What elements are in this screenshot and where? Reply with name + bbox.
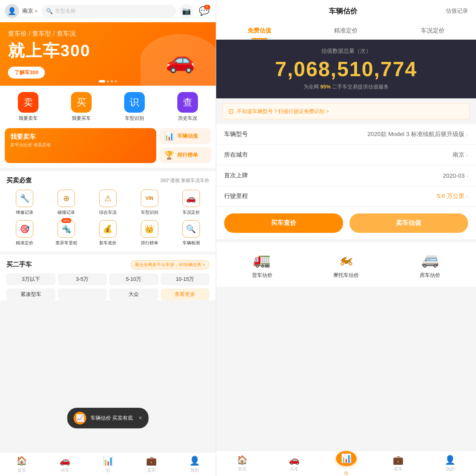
banner-dots xyxy=(99,80,117,83)
service-overall[interactable]: ⚠ 综合车况 xyxy=(90,190,127,215)
form-label-model: 车辆型号 xyxy=(224,131,248,138)
service-detect[interactable]: 🔍 车辆检测 xyxy=(173,220,209,246)
nav-sell[interactable]: 💼 卖车 xyxy=(130,453,173,476)
search-bar[interactable]: 🔍 车型名称 xyxy=(41,5,176,17)
nav-r-estimate[interactable]: 📊 估 xyxy=(320,451,372,476)
vehicle-truck[interactable]: 🚛 货车估价 xyxy=(223,250,302,279)
nav-r-home[interactable]: 🏠 首页 xyxy=(216,451,268,476)
camera-icon[interactable]: 📷 xyxy=(179,4,194,18)
service-vin-label: 车型识别 xyxy=(141,209,158,215)
service-overall-icon: ⚠ xyxy=(99,190,117,207)
avatar[interactable]: 👤 xyxy=(5,4,19,18)
form-row-date[interactable]: 首次上牌 2020-03 › xyxy=(216,165,476,186)
promo-ranking-label: 排行榜单 xyxy=(177,152,198,159)
nav-r-estimate-label: 估 xyxy=(344,470,348,476)
service-precise[interactable]: 🎯 精准定价 xyxy=(6,220,43,246)
promo-small-grid: 📊 车辆估值 🏆 排行榜单 xyxy=(159,128,211,163)
price-tag-2[interactable]: 3-5万 xyxy=(58,273,107,285)
form-row-mileage[interactable]: 行驶里程 5.6 万公里 › xyxy=(216,186,476,207)
service-repair[interactable]: 🔧 维修记录 xyxy=(6,190,43,215)
buy-car-item[interactable]: 买 我要买车 xyxy=(56,92,106,122)
form-arrow-city: › xyxy=(466,152,468,158)
r-buy-icon: 🚗 xyxy=(289,455,299,465)
r-estimate-icon: 📊 xyxy=(341,453,351,464)
toast-close-icon[interactable]: × xyxy=(138,415,142,422)
service-crash-icon: ⊕ xyxy=(58,190,75,207)
promo-valuation-label: 车辆估值 xyxy=(177,132,198,140)
brand-tag-space[interactable] xyxy=(58,288,107,300)
sell-estimate-button[interactable]: 卖车估值 xyxy=(349,213,468,233)
truck-icon: 🚛 xyxy=(250,250,274,269)
history-car-item[interactable]: 查 历史车况 xyxy=(163,92,213,122)
sell-label: 我要卖车 xyxy=(19,115,38,122)
promo-ranking-icon: 🏆 xyxy=(164,150,174,160)
service-ranking-label: 排行榜单 xyxy=(141,240,158,246)
city-selector[interactable]: 南京 ▼ xyxy=(22,8,38,15)
right-link[interactable]: 估值记录 xyxy=(446,8,468,15)
service-ranking[interactable]: 👑 排行榜单 xyxy=(131,220,168,246)
nav-r-sell[interactable]: 💼 卖车 xyxy=(372,451,424,476)
form-label-mileage: 行驶里程 xyxy=(224,192,248,200)
tab-free[interactable]: 免费估值 xyxy=(216,22,303,39)
vehicle-rv[interactable]: 🚐 房车估价 xyxy=(390,250,470,279)
r-estimate-center-btn[interactable]: 📊 xyxy=(336,451,357,466)
id-car-item[interactable]: 识 车型识别 xyxy=(109,92,159,122)
service-newprice[interactable]: 💰 新车底价 xyxy=(90,220,127,246)
scan-hint[interactable]: ⊡ 不知道车辆型号？扫描行驶证免费识别 > xyxy=(223,103,470,119)
service-vin[interactable]: VIN 车型识别 xyxy=(131,190,168,215)
nav-estimate[interactable]: 📊 估 xyxy=(86,453,130,476)
scan-hint-text: 不知道车辆型号？扫描行驶证免费识别 > xyxy=(237,108,329,115)
message-badge: 5 xyxy=(204,5,210,10)
r-home-icon: 🏠 xyxy=(237,455,248,465)
search-icon: 🔍 xyxy=(46,8,53,14)
service-vin-icon: VIN xyxy=(141,190,158,207)
service-precise-label: 精准定价 xyxy=(16,240,33,246)
form-section: 车辆型号 2020款 Model 3 标准续航后驱升级版 › 所在城市 南京 ›… xyxy=(216,124,476,207)
brand-tag-volkswagen[interactable]: 大众 xyxy=(109,288,158,300)
price-tag-3[interactable]: 5-10万 xyxy=(109,273,158,285)
nav-buy[interactable]: 🚗 买车 xyxy=(43,453,86,476)
service-pricing[interactable]: 🚗 车况定价 xyxy=(173,190,209,215)
service-repair-icon: 🔧 xyxy=(16,190,33,207)
nav-r-mine[interactable]: 👤 我的 xyxy=(424,451,476,476)
form-row-model[interactable]: 车辆型号 2020款 Model 3 标准续航后驱升级版 › xyxy=(216,124,476,145)
nav-home[interactable]: 🏠 首页 xyxy=(0,453,43,476)
service-mileage[interactable]: 🔩 new 查异常里程 xyxy=(48,220,85,246)
buy-price-button[interactable]: 买车查价 xyxy=(224,213,343,233)
nav-home-label: 首页 xyxy=(17,467,26,473)
moto-icon: 🏍 xyxy=(334,250,358,269)
brand-tag-compact[interactable]: 紧凑型车 xyxy=(6,288,56,300)
banner-btn[interactable]: 了解车300 xyxy=(8,67,45,79)
price-tag-1[interactable]: 3万以下 xyxy=(6,273,56,285)
buy-label: 我要买车 xyxy=(72,115,91,122)
history-label: 历史车况 xyxy=(178,115,197,122)
form-row-city[interactable]: 所在城市 南京 › xyxy=(216,145,476,165)
buy-check-subtitle: 360°透视 掌握车况车价 xyxy=(160,177,209,184)
search-placeholder: 车型名称 xyxy=(55,8,76,15)
nav-r-buy[interactable]: 🚗 买车 xyxy=(268,451,320,476)
vehicle-types: 🚛 货车估价 🏍 摩托车估价 🚐 房车估价 xyxy=(216,242,476,287)
promo-sell-car[interactable]: 我要卖车 多平台比价 谁高卖谁 xyxy=(5,128,156,163)
service-crash[interactable]: ⊕ 碰撞记录 xyxy=(48,190,85,215)
banner: 查车价 / 查车型 / 查车况 就上车300 了解车300 🚗 xyxy=(0,22,216,86)
truck-label: 货车估价 xyxy=(252,272,273,279)
estimate-icon: 📊 xyxy=(103,456,113,466)
right-title: 车辆估价 xyxy=(329,6,357,16)
tab-precise[interactable]: 精准定价 xyxy=(303,22,389,39)
toast-bar: 📈 车辆估价 买卖有底 × xyxy=(67,408,149,428)
buy-check-title: 买卖必查 xyxy=(6,177,32,185)
moto-label: 摩托车估价 xyxy=(333,272,359,279)
vehicle-moto[interactable]: 🏍 摩托车估价 xyxy=(307,250,386,279)
buy-icon: 买 xyxy=(71,92,92,113)
nav-mine-label: 我的 xyxy=(190,467,199,473)
nav-mine[interactable]: 👤 我的 xyxy=(173,453,216,476)
tab-condition[interactable]: 车况定价 xyxy=(390,22,476,39)
brand-tag-more[interactable]: 查看更多 xyxy=(161,288,210,300)
buy-used-tag[interactable]: 聚合全网多平台车源，4035辆在售 > xyxy=(131,260,209,269)
promo-valuation[interactable]: 📊 车辆估值 xyxy=(159,128,211,144)
promo-ranking[interactable]: 🏆 排行榜单 xyxy=(159,147,211,163)
sell-car-item[interactable]: 卖 我要卖车 xyxy=(3,92,53,122)
form-label-city: 所在城市 xyxy=(224,151,248,159)
price-tag-4[interactable]: 10-15万 xyxy=(161,273,210,285)
message-icon[interactable]: 💬 5 xyxy=(197,4,211,18)
